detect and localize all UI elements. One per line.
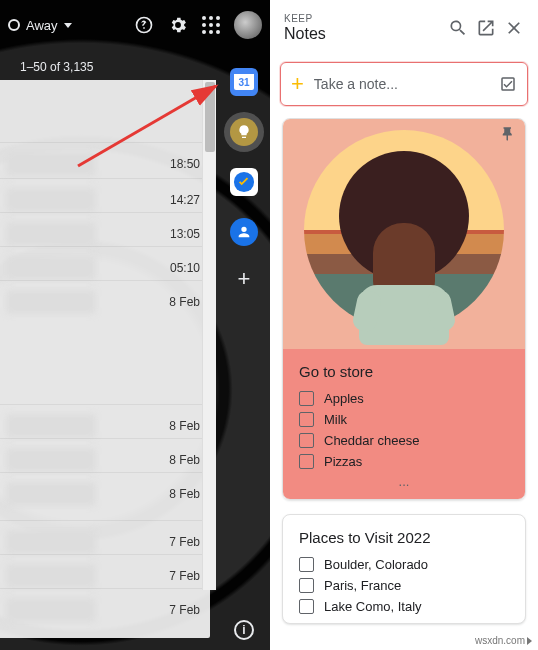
- message-row[interactable]: 7 Feb: [0, 588, 210, 630]
- checkbox-icon[interactable]: [299, 391, 314, 406]
- close-icon[interactable]: [504, 18, 524, 38]
- message-row[interactable]: 8 Feb: [0, 280, 210, 322]
- note-card-places[interactable]: Places to Visit 2022 Boulder, ColoradoPa…: [282, 514, 526, 624]
- note-more-indicator: ...: [299, 472, 509, 489]
- gear-icon[interactable]: [168, 15, 188, 35]
- gmail-topbar: Away: [0, 0, 270, 50]
- notes-scroll-area[interactable]: Go to store ApplesMilkCheddar cheesePizz…: [270, 118, 538, 650]
- note-title: Go to store: [299, 363, 509, 380]
- message-preview-blur: [6, 564, 96, 588]
- message-preview-blur: [6, 290, 96, 314]
- message-time: 18:50: [170, 157, 200, 171]
- take-note-placeholder: Take a note...: [314, 76, 489, 92]
- gmail-scrollbar-thumb[interactable]: [205, 82, 215, 152]
- checkbox-icon[interactable]: [299, 557, 314, 572]
- watermark: wsxdn.com: [475, 635, 532, 646]
- message-row[interactable]: 8 Feb: [0, 472, 210, 514]
- message-preview-blur: [6, 222, 96, 246]
- checklist-item[interactable]: Boulder, Colorado: [299, 554, 509, 575]
- checklist-item-label: Pizzas: [324, 454, 362, 469]
- checklist-item-label: Lake Como, Italy: [324, 599, 422, 614]
- calendar-day-label: 31: [234, 74, 254, 90]
- chevron-down-icon: [64, 23, 72, 28]
- keep-panel: KEEP Notes + Take a note... Go to store …: [270, 0, 538, 650]
- checklist-item-label: Cheddar cheese: [324, 433, 419, 448]
- gmail-pane: Away 1–50 of 3,135 18:5014:2713:0505:108…: [0, 0, 270, 650]
- checkbox-icon[interactable]: [299, 412, 314, 427]
- checklist-item-label: Apples: [324, 391, 364, 406]
- note-image: [283, 119, 525, 349]
- message-preview-blur: [6, 152, 96, 176]
- message-preview-blur: [6, 256, 96, 280]
- gmail-scrollbar-track[interactable]: [202, 80, 216, 590]
- new-list-icon[interactable]: [499, 75, 517, 93]
- add-app-icon[interactable]: +: [233, 268, 255, 290]
- message-time: 8 Feb: [169, 419, 200, 433]
- chat-status-selector[interactable]: Away: [8, 18, 72, 33]
- status-label: Away: [26, 18, 58, 33]
- side-panel-apps: 31 + i: [218, 50, 270, 650]
- keep-header: KEEP Notes: [270, 0, 538, 56]
- search-icon[interactable]: [448, 18, 468, 38]
- message-time: 05:10: [170, 261, 200, 275]
- account-avatar[interactable]: [234, 11, 262, 39]
- status-away-icon: [8, 19, 20, 31]
- open-in-new-icon[interactable]: [476, 18, 496, 38]
- checkbox-icon[interactable]: [299, 433, 314, 448]
- checklist-item[interactable]: Milk: [299, 409, 509, 430]
- message-preview-blur: [6, 530, 96, 554]
- message-time: 14:27: [170, 193, 200, 207]
- message-time: 8 Feb: [169, 487, 200, 501]
- checklist-item[interactable]: Paris, France: [299, 575, 509, 596]
- gmail-message-list[interactable]: 18:5014:2713:0505:108 Feb8 Feb8 Feb8 Feb…: [0, 80, 210, 638]
- checklist-item[interactable]: Cheddar cheese: [299, 430, 509, 451]
- checklist-item[interactable]: Apples: [299, 388, 509, 409]
- note-card-store[interactable]: Go to store ApplesMilkCheddar cheesePizz…: [282, 118, 526, 500]
- pin-icon[interactable]: [499, 125, 517, 143]
- info-icon[interactable]: i: [234, 620, 254, 640]
- message-preview-blur: [6, 188, 96, 212]
- checklist-item-label: Paris, France: [324, 578, 401, 593]
- checklist-item[interactable]: Pizzas: [299, 451, 509, 472]
- message-time: 7 Feb: [169, 603, 200, 617]
- plus-icon: +: [291, 71, 304, 97]
- message-preview-blur: [6, 482, 96, 506]
- message-time: 8 Feb: [169, 295, 200, 309]
- message-preview-blur: [6, 598, 96, 622]
- message-time: 7 Feb: [169, 569, 200, 583]
- checklist-item[interactable]: Lake Como, Italy: [299, 596, 509, 617]
- checkbox-icon[interactable]: [299, 454, 314, 469]
- take-note-input[interactable]: + Take a note...: [280, 62, 528, 106]
- checkbox-icon[interactable]: [299, 599, 314, 614]
- caret-right-icon: [527, 637, 532, 645]
- google-apps-icon[interactable]: [202, 16, 220, 34]
- message-preview-blur: [6, 448, 96, 472]
- contacts-app-icon[interactable]: [230, 218, 258, 246]
- keep-header-title: Notes: [284, 25, 326, 43]
- checklist-item-label: Milk: [324, 412, 347, 427]
- checkbox-icon[interactable]: [299, 578, 314, 593]
- tasks-app-icon[interactable]: [230, 168, 258, 196]
- help-icon[interactable]: [134, 15, 154, 35]
- message-preview-blur: [6, 414, 96, 438]
- checklist-item-label: Boulder, Colorado: [324, 557, 428, 572]
- keep-app-icon[interactable]: [230, 118, 258, 146]
- calendar-app-icon[interactable]: 31: [230, 68, 258, 96]
- note-title: Places to Visit 2022: [299, 529, 509, 546]
- keep-header-small: KEEP: [284, 13, 326, 25]
- message-time: 13:05: [170, 227, 200, 241]
- message-time: 7 Feb: [169, 535, 200, 549]
- message-time: 8 Feb: [169, 453, 200, 467]
